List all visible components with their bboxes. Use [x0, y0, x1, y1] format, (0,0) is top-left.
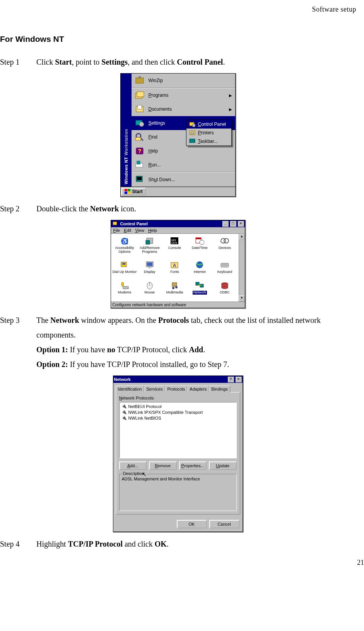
- list-item[interactable]: 🔌NWLink IPX/SPX Compatible Transport: [121, 409, 235, 415]
- text: window appears. On the: [79, 316, 158, 324]
- svg-rect-14: [137, 161, 140, 164]
- menu-item-winzip[interactable]: WinZip: [132, 74, 235, 87]
- bold: Option 1:: [36, 345, 68, 354]
- maximize-button[interactable]: □: [230, 221, 236, 227]
- text: and click: [123, 540, 155, 548]
- control-panel-icon: [112, 221, 119, 227]
- start-button[interactable]: Start: [121, 188, 146, 195]
- menu-item-documents[interactable]: Documents ▶: [132, 102, 235, 116]
- close-button[interactable]: ×: [238, 221, 244, 227]
- documents-icon: [135, 104, 145, 114]
- cp-item-datetime[interactable]: Date/Time: [188, 236, 212, 259]
- protocols-listbox[interactable]: 🔌NetBEUI Protocol 🔌NWLink IPX/SPX Compat…: [119, 402, 237, 458]
- cp-item-odbc[interactable]: ODBC: [213, 281, 237, 299]
- cp-item-keyboard[interactable]: Keyboard: [213, 260, 237, 279]
- svg-rect-37: [122, 263, 125, 265]
- cp-item-modems[interactable]: Modems: [113, 281, 137, 299]
- step-1-label: Step 1: [0, 55, 27, 69]
- svg-rect-21: [190, 139, 195, 143]
- tab-bindings[interactable]: Bindings: [209, 386, 230, 393]
- update-button[interactable]: Update: [209, 461, 237, 470]
- svg-rect-32: [196, 238, 201, 239]
- menu-file[interactable]: File: [113, 228, 120, 233]
- scroll-down-icon[interactable]: ▼: [239, 295, 245, 302]
- step-4-body: Highlight TCP/IP Protocol and click OK.: [36, 537, 356, 551]
- svg-point-51: [172, 287, 174, 289]
- menu-item-programs[interactable]: Programs ▶: [132, 88, 235, 102]
- menu-item-shutdown[interactable]: Shut Down...: [132, 173, 235, 187]
- step-3-label: Step 3: [0, 313, 27, 328]
- label: Start: [132, 189, 143, 194]
- list-item[interactable]: 🔌NetBEUI Protocol: [121, 403, 235, 409]
- cp-item-multimedia[interactable]: Multimedia: [162, 281, 187, 299]
- cp-item-dialup[interactable]: Dial-Up Monitor: [113, 260, 137, 279]
- submenu-control-panel[interactable]: Control Panel: [186, 120, 232, 129]
- submenu-printers[interactable]: Printers: [186, 129, 232, 137]
- cp-item-internet[interactable]: Internet: [188, 260, 212, 279]
- datetime-icon: [194, 236, 205, 245]
- cp-item-fonts[interactable]: AFonts: [162, 260, 187, 279]
- tab-adapters[interactable]: Adapters: [187, 386, 209, 393]
- menu-item-run[interactable]: Run...: [132, 158, 235, 172]
- label: WinZip: [149, 78, 163, 83]
- display-icon: [144, 260, 155, 269]
- svg-rect-22: [190, 143, 195, 144]
- cancel-button[interactable]: Cancel: [209, 520, 239, 528]
- minimize-button[interactable]: _: [222, 221, 229, 227]
- description-label: Description:: [122, 471, 147, 476]
- dialup-icon: [119, 260, 130, 269]
- menu-view[interactable]: View: [135, 228, 144, 233]
- figure-control-panel: Control Panel _ □ × File Edit View Help …: [111, 220, 246, 309]
- bold: Network: [90, 204, 119, 213]
- close-button[interactable]: ×: [236, 377, 242, 382]
- tab-services[interactable]: Services: [144, 386, 165, 393]
- text: If you have TCP/IP Protocol installed, g…: [68, 360, 229, 369]
- page-number: 21: [357, 559, 364, 567]
- cp-item-addremove[interactable]: Add/Remove Programs: [137, 236, 162, 259]
- scroll-up-icon[interactable]: ▲: [239, 234, 245, 240]
- remove-button[interactable]: Remove: [149, 461, 177, 470]
- cp-item-console[interactable]: MSDOSConsole: [162, 236, 187, 259]
- submenu-taskbar[interactable]: Taskbar...: [186, 137, 232, 146]
- svg-rect-3: [137, 92, 144, 97]
- cp-item-display[interactable]: Display: [137, 260, 162, 279]
- cp-item-mouse[interactable]: Mouse: [137, 281, 162, 299]
- text: icon.: [119, 204, 136, 213]
- menu-edit[interactable]: Edit: [124, 228, 131, 233]
- chevron-right-icon: ▶: [229, 93, 232, 98]
- protocol-icon: 🔌: [121, 410, 127, 415]
- svg-rect-5: [138, 105, 142, 109]
- svg-rect-10: [135, 137, 141, 141]
- bold: Add: [189, 345, 203, 354]
- programs-icon: [135, 90, 145, 100]
- internet-icon: [194, 260, 205, 269]
- step-4-label: Step 4: [0, 537, 27, 551]
- label: Date/Time: [192, 246, 208, 250]
- cp-item-devices[interactable]: Devices: [213, 236, 237, 259]
- accessibility-icon: ♿: [119, 236, 130, 245]
- menu-help[interactable]: Help: [148, 228, 157, 233]
- label: Console: [168, 246, 181, 250]
- fonts-icon: A: [169, 260, 180, 269]
- find-icon: [135, 132, 145, 142]
- properties-button[interactable]: Properties...: [179, 461, 207, 470]
- ok-button[interactable]: OK: [177, 520, 207, 528]
- tab-protocols[interactable]: Protocols: [165, 386, 187, 393]
- tab-identification[interactable]: Identification: [116, 386, 144, 393]
- cp-item-accessibility[interactable]: ♿Accessibility Options: [113, 236, 137, 259]
- add-button[interactable]: Add...: [119, 461, 147, 470]
- keyboard-icon: [219, 260, 230, 269]
- console-icon: MSDOS: [169, 236, 180, 245]
- svg-text:?: ?: [138, 148, 141, 154]
- menu-item-help[interactable]: ? Help: [132, 144, 235, 158]
- cp-item-network[interactable]: Network: [188, 281, 212, 299]
- svg-point-52: [175, 286, 178, 288]
- list-item[interactable]: 🔌NWLink NetBIOS: [121, 415, 235, 421]
- svg-point-58: [222, 286, 228, 289]
- step-2-label: Step 2: [0, 201, 27, 216]
- protocol-icon: 🔌: [121, 404, 127, 409]
- start-menu-banner: Windows NT Workstation: [121, 74, 132, 187]
- label: Dial-Up Monitor: [113, 270, 137, 274]
- help-button[interactable]: ?: [228, 377, 234, 382]
- scrollbar[interactable]: ▲ ▼: [239, 234, 245, 302]
